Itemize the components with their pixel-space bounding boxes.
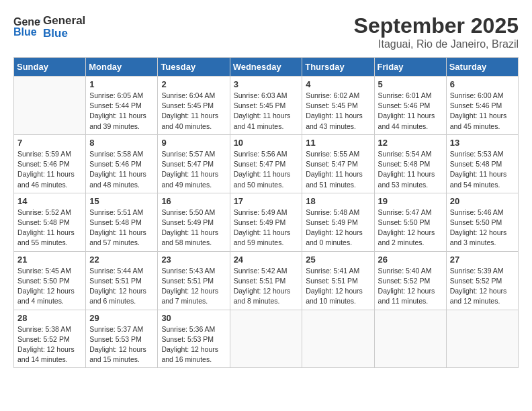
info-line: Sunrise: 5:36 AM bbox=[161, 324, 226, 334]
info-line: Sunset: 5:48 PM bbox=[89, 218, 154, 228]
info-line: and 15 minutes. bbox=[89, 355, 154, 365]
info-line: Daylight: 11 hours bbox=[378, 111, 443, 121]
calendar-cell: 10Sunrise: 5:56 AMSunset: 5:47 PMDayligh… bbox=[230, 134, 302, 193]
day-number: 17 bbox=[234, 196, 299, 206]
info-line: Daylight: 11 hours bbox=[234, 169, 299, 179]
weekday-header: Thursday bbox=[302, 58, 374, 77]
title-block: September 2025 Itaguai, Rio de Janeiro, … bbox=[354, 13, 519, 50]
info-line: Sunrise: 5:41 AM bbox=[306, 266, 370, 276]
info-line: and 48 minutes. bbox=[89, 180, 154, 190]
weekday-header: Saturday bbox=[446, 58, 518, 77]
info-line: Sunset: 5:52 PM bbox=[450, 276, 515, 286]
info-line: Sunrise: 5:48 AM bbox=[306, 208, 370, 218]
day-info: Sunrise: 6:02 AMSunset: 5:45 PMDaylight:… bbox=[306, 91, 370, 132]
info-line: Sunset: 5:51 PM bbox=[306, 276, 370, 286]
info-line: Sunset: 5:51 PM bbox=[89, 276, 154, 286]
svg-text:Blue: Blue bbox=[13, 26, 37, 38]
info-line: Daylight: 11 hours bbox=[17, 228, 82, 238]
info-line: Sunrise: 5:50 AM bbox=[161, 208, 226, 218]
info-line: Sunset: 5:46 PM bbox=[378, 101, 443, 111]
info-line: Sunrise: 5:58 AM bbox=[89, 149, 154, 159]
info-line: Sunrise: 5:39 AM bbox=[450, 266, 515, 276]
calendar-cell: 5Sunrise: 6:01 AMSunset: 5:46 PMDaylight… bbox=[374, 77, 446, 135]
info-line: and 59 minutes. bbox=[234, 238, 299, 248]
info-line: and 54 minutes. bbox=[450, 180, 515, 190]
calendar-cell: 7Sunrise: 5:59 AMSunset: 5:46 PMDaylight… bbox=[14, 134, 86, 193]
info-line: Sunset: 5:53 PM bbox=[161, 334, 226, 345]
info-line: and 3 minutes. bbox=[450, 238, 515, 248]
day-number: 24 bbox=[234, 255, 299, 265]
info-line: Sunrise: 5:53 AM bbox=[450, 149, 515, 159]
day-number: 22 bbox=[89, 255, 154, 265]
calendar-week-row: 14Sunrise: 5:52 AMSunset: 5:48 PMDayligh… bbox=[14, 193, 519, 251]
info-line: Daylight: 12 hours bbox=[234, 286, 299, 296]
day-number: 16 bbox=[161, 196, 226, 206]
day-number: 27 bbox=[450, 255, 515, 265]
info-line: Daylight: 12 hours bbox=[161, 286, 226, 296]
calendar-cell: 6Sunrise: 6:00 AMSunset: 5:46 PMDaylight… bbox=[446, 77, 518, 135]
day-info: Sunrise: 5:46 AMSunset: 5:50 PMDaylight:… bbox=[450, 208, 515, 248]
day-info: Sunrise: 5:40 AMSunset: 5:52 PMDaylight:… bbox=[378, 266, 443, 307]
calendar-cell: 21Sunrise: 5:45 AMSunset: 5:50 PMDayligh… bbox=[14, 251, 86, 310]
info-line: Sunset: 5:51 PM bbox=[234, 276, 299, 286]
info-line: and 41 minutes. bbox=[234, 122, 299, 132]
calendar-cell bbox=[14, 77, 86, 135]
day-info: Sunrise: 5:56 AMSunset: 5:47 PMDaylight:… bbox=[234, 149, 299, 190]
calendar-cell: 30Sunrise: 5:36 AMSunset: 5:53 PMDayligh… bbox=[158, 310, 230, 368]
calendar-week-row: 1Sunrise: 6:05 AMSunset: 5:44 PMDaylight… bbox=[14, 77, 519, 135]
info-line: and 40 minutes. bbox=[161, 122, 226, 132]
info-line: Sunrise: 6:01 AM bbox=[378, 91, 443, 101]
info-line: Sunrise: 5:56 AM bbox=[234, 149, 299, 159]
info-line: Sunrise: 5:43 AM bbox=[161, 266, 226, 276]
info-line: Sunrise: 5:54 AM bbox=[378, 149, 443, 159]
info-line: and 7 minutes. bbox=[161, 296, 226, 306]
info-line: Daylight: 12 hours bbox=[89, 345, 154, 355]
info-line: Daylight: 11 hours bbox=[161, 169, 226, 179]
weekday-header: Tuesday bbox=[158, 58, 230, 77]
day-number: 13 bbox=[450, 138, 515, 148]
info-line: Daylight: 11 hours bbox=[89, 228, 154, 238]
calendar-cell: 28Sunrise: 5:38 AMSunset: 5:52 PMDayligh… bbox=[14, 310, 86, 368]
info-line: Sunset: 5:46 PM bbox=[17, 159, 82, 169]
day-info: Sunrise: 5:45 AMSunset: 5:50 PMDaylight:… bbox=[17, 266, 82, 307]
calendar-cell: 3Sunrise: 6:03 AMSunset: 5:45 PMDaylight… bbox=[230, 77, 302, 135]
day-number: 18 bbox=[306, 196, 370, 206]
info-line: Sunrise: 6:02 AM bbox=[306, 91, 370, 101]
calendar-cell bbox=[446, 310, 518, 368]
day-info: Sunrise: 6:05 AMSunset: 5:44 PMDaylight:… bbox=[89, 91, 154, 132]
calendar-cell bbox=[374, 310, 446, 368]
day-number: 19 bbox=[378, 196, 443, 206]
calendar-week-row: 21Sunrise: 5:45 AMSunset: 5:50 PMDayligh… bbox=[14, 251, 519, 310]
info-line: Sunset: 5:46 PM bbox=[89, 159, 154, 169]
info-line: and 6 minutes. bbox=[89, 296, 154, 306]
info-line: and 2 minutes. bbox=[378, 238, 443, 248]
info-line: Sunset: 5:51 PM bbox=[161, 276, 226, 286]
info-line: Sunrise: 5:55 AM bbox=[306, 149, 370, 159]
day-info: Sunrise: 5:53 AMSunset: 5:48 PMDaylight:… bbox=[450, 149, 515, 190]
day-number: 4 bbox=[306, 79, 370, 89]
calendar-cell bbox=[302, 310, 374, 368]
info-line: and 12 minutes. bbox=[450, 296, 515, 306]
info-line: Daylight: 12 hours bbox=[378, 286, 443, 296]
info-line: Daylight: 12 hours bbox=[450, 228, 515, 238]
info-line: Daylight: 11 hours bbox=[89, 111, 154, 121]
info-line: Sunset: 5:52 PM bbox=[17, 334, 82, 345]
info-line: Daylight: 11 hours bbox=[234, 228, 299, 238]
info-line: Sunset: 5:45 PM bbox=[306, 101, 370, 111]
weekday-header: Monday bbox=[86, 58, 158, 77]
info-line: and 39 minutes. bbox=[89, 122, 154, 132]
calendar-cell bbox=[230, 310, 302, 368]
info-line: and 4 minutes. bbox=[17, 296, 82, 306]
logo: General Blue General Blue bbox=[13, 13, 85, 40]
day-info: Sunrise: 5:42 AMSunset: 5:51 PMDaylight:… bbox=[234, 266, 299, 307]
day-info: Sunrise: 5:48 AMSunset: 5:49 PMDaylight:… bbox=[306, 208, 370, 248]
day-number: 28 bbox=[17, 313, 82, 323]
weekday-header: Friday bbox=[374, 58, 446, 77]
calendar-cell: 27Sunrise: 5:39 AMSunset: 5:52 PMDayligh… bbox=[446, 251, 518, 310]
info-line: Sunrise: 5:47 AM bbox=[378, 208, 443, 218]
calendar-cell: 2Sunrise: 6:04 AMSunset: 5:45 PMDaylight… bbox=[158, 77, 230, 135]
day-number: 20 bbox=[450, 196, 515, 206]
day-number: 30 bbox=[161, 313, 226, 323]
info-line: and 58 minutes. bbox=[161, 238, 226, 248]
info-line: Daylight: 12 hours bbox=[17, 345, 82, 355]
